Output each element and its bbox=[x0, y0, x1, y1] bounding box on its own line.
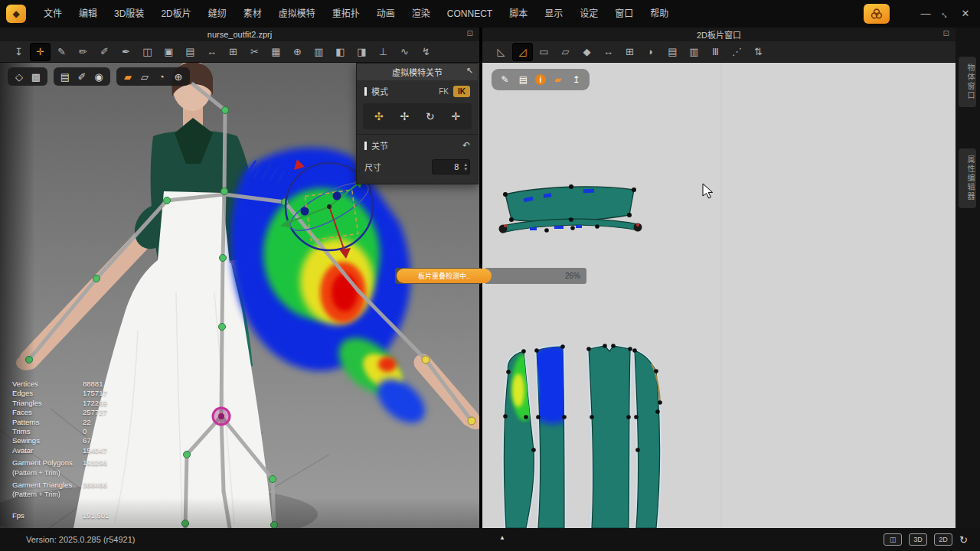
menu-sewing[interactable]: 缝纫 bbox=[200, 0, 235, 28]
view-2d-button[interactable]: 2D bbox=[934, 533, 952, 546]
translate-joint-icon[interactable]: ✛ bbox=[446, 108, 466, 125]
sewing-machine-tool-icon[interactable]: ▣ bbox=[159, 44, 178, 60]
pen-3d-tool-icon[interactable]: ✎ bbox=[52, 44, 71, 60]
shirt-sync-icon[interactable]: ↥ bbox=[570, 73, 583, 86]
pleats-tool-icon[interactable]: Ⅲ bbox=[706, 44, 725, 60]
menu-help[interactable]: 帮助 bbox=[642, 0, 677, 28]
fk-button[interactable]: FK bbox=[434, 86, 453, 97]
avatar-view-icon[interactable]: ◉ bbox=[92, 70, 106, 83]
measure-tool-icon[interactable]: ↔ bbox=[202, 44, 221, 60]
menu-avatar[interactable]: 虚拟模特 bbox=[270, 0, 324, 28]
trace-tool-icon[interactable]: ↔ bbox=[599, 44, 618, 60]
gizmo-view-icon[interactable]: ⊕ bbox=[172, 70, 185, 83]
gizmo-history-tool-icon[interactable]: ↧ bbox=[9, 44, 28, 60]
joint-panel-title: 虚拟模特关节 bbox=[392, 66, 443, 78]
pattern-toggle-icon[interactable]: ▰ bbox=[551, 73, 564, 86]
menu-animation[interactable]: 动画 bbox=[368, 0, 403, 28]
cloud-account-icon[interactable] bbox=[864, 4, 890, 24]
flatten-b-tool-icon[interactable]: ◨ bbox=[352, 44, 371, 60]
pin-view-icon[interactable]: ✐ bbox=[75, 70, 89, 83]
dock-icon[interactable]: ⊡ bbox=[943, 29, 949, 37]
iron-tool-icon[interactable]: ◗ bbox=[642, 44, 661, 60]
size-value[interactable]: 8 bbox=[433, 162, 462, 171]
window-minimize-button[interactable]: — bbox=[916, 0, 936, 28]
collar-pattern-piece[interactable] bbox=[503, 184, 636, 223]
needle-tool-icon[interactable]: ✒ bbox=[116, 44, 136, 60]
app-logo-icon[interactable]: ◆ bbox=[6, 5, 26, 23]
panel-pin-icon[interactable]: ↖ bbox=[466, 66, 473, 76]
seam-pen-icon[interactable]: ✎ bbox=[498, 73, 511, 86]
rotate-joint-icon[interactable]: ↻ bbox=[420, 108, 440, 125]
grid-texture-tool-icon[interactable]: ⊞ bbox=[224, 44, 243, 60]
cube-view-icon[interactable]: ◇ bbox=[12, 70, 26, 83]
shirt-toggle-icon[interactable]: ▤ bbox=[517, 73, 530, 86]
menu-window[interactable]: 窗口 bbox=[606, 0, 642, 28]
shirt-view-icon[interactable]: ▤ bbox=[58, 70, 72, 83]
refresh-icon[interactable]: ↻ bbox=[959, 534, 968, 546]
info-toggle-icon[interactable]: i bbox=[535, 74, 546, 85]
split-view-button[interactable]: ◫ bbox=[884, 533, 902, 546]
dock-icon[interactable]: ⊡ bbox=[467, 29, 473, 37]
brush-tool-icon[interactable]: ✏ bbox=[74, 44, 93, 60]
walk-pose-tool-icon[interactable]: ↯ bbox=[416, 44, 436, 60]
shirt-sew-tool-icon[interactable]: ▥ bbox=[684, 44, 704, 60]
style3d-app: ◆ 文件 编辑 3D服装 2D板片 缝纫 素材 虚拟模特 重拓扑 动画 渲染 C… bbox=[0, 0, 980, 551]
pattern-tab-bar: 2D板片窗口 ⊡ bbox=[482, 28, 956, 42]
ik-button[interactable]: IK bbox=[453, 86, 470, 97]
pin-tool-icon[interactable]: ✐ bbox=[95, 44, 114, 60]
size-input[interactable]: 8 ▴ ▾ bbox=[432, 159, 470, 174]
menu-script[interactable]: 脚本 bbox=[501, 0, 536, 28]
zipper-tool-icon[interactable]: ▥ bbox=[309, 44, 328, 60]
menu-3d-garment[interactable]: 3D服装 bbox=[106, 0, 152, 28]
view-3d-button[interactable]: 3D bbox=[909, 533, 927, 546]
scene-3d[interactable]: ◇ ▩ ▤ ✐ ◉ ▰ ▱ ◔ ⊕ 虚拟模特关节 bbox=[0, 63, 479, 528]
curve-tool-icon[interactable]: ∿ bbox=[395, 44, 414, 60]
pelvis-joint[interactable] bbox=[213, 408, 230, 425]
sew-display-tool-icon[interactable]: ▦ bbox=[266, 44, 286, 60]
menu-render[interactable]: 渲染 bbox=[403, 0, 439, 28]
scissors-tool-icon[interactable]: ✂ bbox=[245, 44, 264, 60]
menu-file[interactable]: 文件 bbox=[35, 0, 70, 28]
stepper-down-icon[interactable]: ▾ bbox=[464, 167, 467, 171]
pin-vertical-tool-icon[interactable]: ⊥ bbox=[374, 44, 393, 60]
fabric-gray-view-icon[interactable]: ▱ bbox=[138, 70, 152, 83]
edit-pattern-tool-icon[interactable]: ◿ bbox=[513, 44, 532, 60]
menu-edit[interactable]: 编辑 bbox=[70, 0, 106, 28]
pattern-tab-title[interactable]: 2D板片窗口 bbox=[697, 28, 741, 41]
polygon-tool-icon[interactable]: ▱ bbox=[556, 44, 575, 60]
window-restore-button[interactable]: ↔ bbox=[935, 3, 957, 25]
button-tool-icon[interactable]: ⊕ bbox=[288, 44, 307, 60]
fabric-orange-view-icon[interactable]: ▰ bbox=[121, 70, 135, 83]
pose-single-icon[interactable]: ✢ bbox=[394, 108, 414, 125]
dart-tool-icon[interactable]: ◆ bbox=[577, 44, 596, 60]
menu-material[interactable]: 素材 bbox=[235, 0, 270, 28]
tab-property-editor[interactable]: 属性编辑器 bbox=[959, 148, 976, 208]
mesh-view-icon[interactable]: ▩ bbox=[29, 70, 43, 83]
transform-pattern-tool-icon[interactable]: ◺ bbox=[492, 44, 511, 60]
flatten-a-tool-icon[interactable]: ◧ bbox=[331, 44, 350, 60]
joint-panel-title-bar[interactable]: 虚拟模特关节 ↖ bbox=[357, 64, 478, 80]
window-close-button[interactable]: ✕ bbox=[956, 0, 975, 28]
pose-all-icon[interactable]: ✣ bbox=[369, 108, 389, 125]
rectangle-tool-icon[interactable]: ▭ bbox=[534, 44, 554, 60]
menu-retopology[interactable]: 重拓扑 bbox=[324, 0, 368, 28]
joint-reset-icon[interactable]: ↶ bbox=[462, 140, 470, 151]
tab-object-window[interactable]: 物体窗口 bbox=[959, 57, 976, 107]
menu-2d-pattern[interactable]: 2D板片 bbox=[152, 0, 199, 28]
expand-arrow-icon[interactable]: ▲ bbox=[499, 534, 505, 541]
menu-connect[interactable]: CONNECT bbox=[439, 0, 501, 28]
grid-internal-tool-icon[interactable]: ⊞ bbox=[620, 44, 639, 60]
bodice-pattern-block[interactable] bbox=[503, 344, 662, 528]
project-tab-title[interactable]: nurse_outfit2.zprj bbox=[207, 30, 272, 39]
scene-2d[interactable]: ✎ ▤ i ▰ ↥ bbox=[482, 63, 956, 528]
shirring-tool-icon[interactable]: ⇅ bbox=[749, 44, 768, 60]
garment-tool-icon[interactable]: ▤ bbox=[181, 44, 200, 60]
shirt-2d-tool-icon[interactable]: ▤ bbox=[663, 44, 682, 60]
size-stepper[interactable]: ▴ ▾ bbox=[462, 162, 469, 171]
seam-line-tool-icon[interactable]: ⋰ bbox=[727, 44, 746, 60]
head-view-icon[interactable]: ◔ bbox=[155, 70, 168, 83]
menu-display[interactable]: 显示 bbox=[536, 0, 571, 28]
move-tool-icon[interactable]: ✛ bbox=[31, 44, 50, 60]
menu-settings[interactable]: 设定 bbox=[571, 0, 606, 28]
select-garment-tool-icon[interactable]: ◫ bbox=[138, 44, 157, 60]
